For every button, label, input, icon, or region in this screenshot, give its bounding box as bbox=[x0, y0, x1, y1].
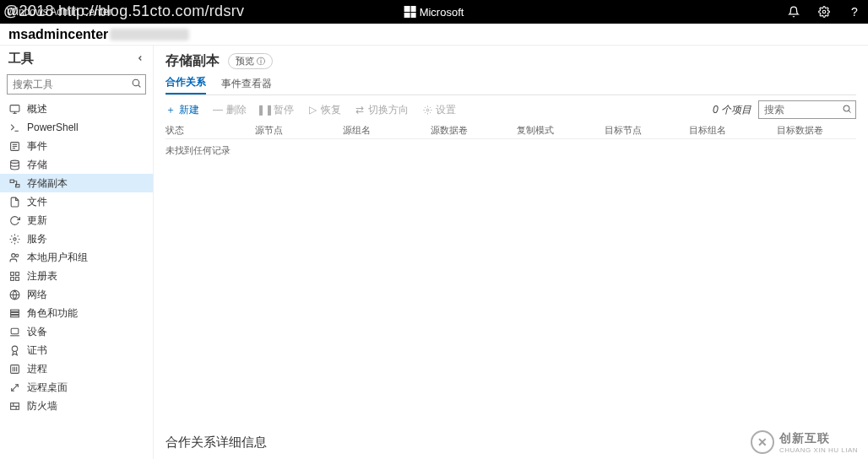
preview-badge[interactable]: 预览 ⓘ bbox=[228, 53, 273, 69]
resume-button[interactable]: ▷恢复 bbox=[307, 103, 341, 117]
sidebar-item-services[interactable]: 服务 bbox=[0, 230, 153, 248]
settings-gear-icon[interactable] bbox=[817, 5, 831, 19]
swap-icon: ⇄ bbox=[355, 105, 365, 115]
device-icon bbox=[8, 326, 20, 338]
search-icon[interactable] bbox=[131, 78, 142, 89]
host-bar: msadmincenter bbox=[0, 24, 868, 46]
search-icon[interactable] bbox=[842, 104, 852, 114]
hostname-redacted bbox=[110, 29, 189, 40]
app-name: Windows Admin Center bbox=[7, 6, 112, 18]
svg-rect-3 bbox=[10, 105, 19, 111]
list-icon bbox=[8, 140, 20, 152]
firewall-icon bbox=[8, 400, 20, 412]
svg-rect-25 bbox=[11, 328, 19, 334]
tab-event-viewer[interactable]: 事件查看器 bbox=[221, 77, 272, 94]
new-button[interactable]: ＋新建 bbox=[165, 103, 199, 117]
page-title: 存储副本 bbox=[165, 52, 220, 70]
sidebar-item-label: 存储副本 bbox=[27, 176, 68, 191]
sidebar-item-roles[interactable]: 角色和功能 bbox=[0, 304, 153, 322]
empty-message: 未找到任何记录 bbox=[165, 139, 856, 162]
svg-rect-24 bbox=[10, 315, 19, 316]
users-icon bbox=[8, 251, 20, 263]
network-icon bbox=[8, 289, 20, 300]
svg-point-27 bbox=[12, 346, 18, 352]
sidebar-search-input[interactable] bbox=[7, 74, 146, 94]
replica-icon bbox=[8, 177, 20, 189]
sidebar-item-updates[interactable]: 更新 bbox=[0, 211, 153, 230]
sidebar-item-events[interactable]: 事件 bbox=[0, 137, 153, 155]
topbar-left: Windows Admin Center bbox=[7, 6, 112, 18]
delete-button[interactable]: —删除 bbox=[213, 103, 247, 117]
switch-label: 切换方向 bbox=[368, 103, 409, 117]
svg-rect-20 bbox=[15, 277, 19, 280]
svg-line-39 bbox=[849, 111, 850, 112]
col-dst-node[interactable]: 目标节点 bbox=[605, 124, 689, 137]
delete-label: 删除 bbox=[226, 103, 247, 117]
help-icon[interactable]: ? bbox=[848, 5, 861, 19]
sidebar-item-files[interactable]: 文件 bbox=[0, 192, 153, 211]
plus-icon: ＋ bbox=[165, 105, 176, 115]
svg-rect-18 bbox=[15, 272, 19, 275]
sidebar: 工具 概述 PowerShell 事件 存储 存储副本 文件 更新 服务 本地用… bbox=[0, 46, 154, 459]
sidebar-item-remote-desktop[interactable]: 远程桌面 bbox=[0, 378, 153, 397]
table-header: 状态 源节点 源组名 源数据卷 复制模式 目标节点 目标组名 目标数据卷 bbox=[165, 122, 856, 139]
main-panel: 存储副本 预览 ⓘ 合作关系 事件查看器 ＋新建 —删除 ❚❚暂停 ▷恢复 ⇄切… bbox=[154, 46, 868, 459]
col-dst-vol[interactable]: 目标数据卷 bbox=[777, 124, 856, 137]
sidebar-item-network[interactable]: 网络 bbox=[0, 285, 153, 304]
sidebar-item-overview[interactable]: 概述 bbox=[0, 100, 153, 118]
minus-icon: — bbox=[213, 105, 223, 115]
pause-button[interactable]: ❚❚暂停 bbox=[260, 103, 294, 117]
roles-icon bbox=[8, 307, 20, 319]
sidebar-item-label: 网络 bbox=[27, 288, 47, 302]
col-src-vol[interactable]: 源数据卷 bbox=[431, 124, 517, 137]
sidebar-title: 工具 bbox=[8, 51, 34, 67]
process-icon bbox=[8, 363, 20, 375]
sidebar-item-registry[interactable]: 注册表 bbox=[0, 267, 153, 285]
sidebar-list: 概述 PowerShell 事件 存储 存储副本 文件 更新 服务 本地用户和组… bbox=[0, 100, 153, 459]
resume-label: 恢复 bbox=[321, 103, 341, 117]
sidebar-item-certificates[interactable]: 证书 bbox=[0, 341, 153, 359]
svg-line-2 bbox=[138, 85, 140, 87]
table-search bbox=[758, 100, 856, 119]
toolbar: ＋新建 —删除 ❚❚暂停 ▷恢复 ⇄切换方向 设置 0 个项目 bbox=[165, 97, 856, 122]
col-mode[interactable]: 复制模式 bbox=[517, 124, 605, 137]
svg-point-1 bbox=[133, 79, 139, 86]
sidebar-item-label: 文件 bbox=[27, 195, 47, 209]
svg-point-16 bbox=[15, 254, 18, 256]
col-src-node[interactable]: 源节点 bbox=[255, 124, 343, 137]
notifications-icon[interactable] bbox=[787, 5, 800, 19]
play-icon: ▷ bbox=[307, 105, 317, 115]
col-dst-group[interactable]: 目标组名 bbox=[689, 124, 777, 137]
sidebar-item-storage[interactable]: 存储 bbox=[0, 155, 153, 174]
tabs: 合作关系 事件查看器 bbox=[165, 75, 856, 95]
tab-partnerships[interactable]: 合作关系 bbox=[165, 75, 206, 94]
gear-small-icon bbox=[422, 105, 432, 115]
sidebar-item-powershell[interactable]: PowerShell bbox=[0, 118, 153, 137]
sidebar-item-label: 证书 bbox=[27, 343, 47, 358]
settings-button[interactable]: 设置 bbox=[422, 103, 456, 117]
sidebar-item-label: 进程 bbox=[27, 362, 47, 376]
col-src-group[interactable]: 源组名 bbox=[343, 124, 431, 137]
sidebar-item-storage-replica[interactable]: 存储副本 bbox=[0, 174, 153, 192]
sidebar-item-label: 注册表 bbox=[27, 269, 57, 284]
storage-icon bbox=[8, 159, 20, 170]
pause-label: 暂停 bbox=[274, 103, 294, 117]
svg-rect-12 bbox=[10, 180, 14, 182]
sidebar-item-label: 设备 bbox=[27, 325, 47, 339]
logo-ring-icon: ✕ bbox=[751, 430, 774, 454]
svg-point-11 bbox=[10, 160, 19, 163]
topbar-right: ? bbox=[787, 5, 861, 19]
info-icon: ⓘ bbox=[257, 56, 265, 68]
sidebar-item-devices[interactable]: 设备 bbox=[0, 322, 153, 341]
microsoft-logo-icon bbox=[404, 6, 416, 18]
svg-rect-23 bbox=[10, 312, 19, 314]
sidebar-item-processes[interactable]: 进程 bbox=[0, 359, 153, 378]
sidebar-item-firewall[interactable]: 防火墙 bbox=[0, 397, 153, 415]
col-status[interactable]: 状态 bbox=[165, 124, 255, 137]
switch-button[interactable]: ⇄切换方向 bbox=[355, 103, 409, 117]
preview-label: 预览 bbox=[236, 55, 254, 68]
settings-label: 设置 bbox=[436, 103, 456, 117]
footer-logo-subtext: CHUANG XIN HU LIAN bbox=[779, 446, 858, 454]
sidebar-item-local-users[interactable]: 本地用户和组 bbox=[0, 248, 153, 267]
collapse-sidebar-icon[interactable] bbox=[136, 54, 144, 62]
